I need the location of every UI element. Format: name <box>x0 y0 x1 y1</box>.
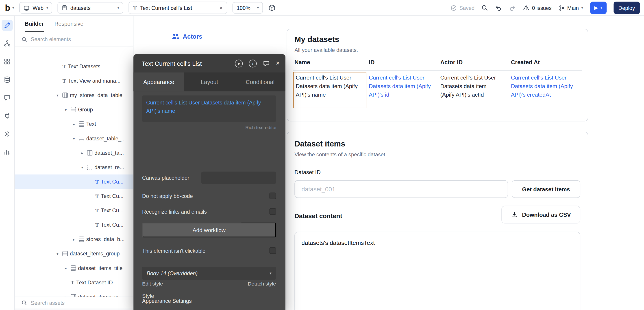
text-element-icon: T <box>95 207 99 214</box>
my-datasets-card[interactable]: My datasets All your available datasets.… <box>286 29 588 121</box>
rich-text-editor-hint[interactable]: Rich text editor <box>245 125 277 130</box>
zoom-selector[interactable]: 100% ▾ <box>232 2 263 14</box>
chevron-down-icon: ▾ <box>46 6 48 10</box>
chevron-down-icon[interactable]: ▾ <box>55 252 60 256</box>
search-elements-input[interactable] <box>31 36 113 42</box>
tree-item[interactable]: ▾ my_stores_data_table <box>15 88 133 102</box>
tree-item-selected[interactable]: T Text Cu... <box>15 175 133 189</box>
tree-item[interactable]: ▾ dataset_items_group <box>15 246 133 261</box>
tree-item[interactable]: ▸ stores_data_b... <box>15 232 133 246</box>
tree-item[interactable]: ▾ Group <box>15 102 133 117</box>
property-panel-header[interactable]: Text Current cell's List ▶ i × <box>134 54 286 73</box>
tree-item[interactable]: T Text View and mana... <box>15 74 133 88</box>
tree-item[interactable]: ▸ Text <box>15 117 133 131</box>
database-icon[interactable] <box>2 74 12 85</box>
clickable-checkbox[interactable] <box>270 247 276 254</box>
comments-bubble-icon[interactable] <box>2 92 12 103</box>
chevron-right-icon[interactable]: ▸ <box>63 266 68 270</box>
left-icon-rail <box>0 16 15 310</box>
visual-elements-section[interactable]: ▾ Visual Elements <box>15 309 133 310</box>
search-assets-input[interactable] <box>31 300 113 306</box>
tree-item[interactable]: ▸ dataset_ta... <box>15 145 133 160</box>
preview-play-icon[interactable]: ▶ <box>235 60 242 67</box>
people-icon <box>172 33 180 39</box>
chevron-right-icon[interactable]: ▸ <box>71 237 77 241</box>
workflow-icon[interactable] <box>2 38 12 49</box>
panel-tabs: Builder Responsive <box>15 16 133 32</box>
tab-responsive[interactable]: Responsive <box>54 16 84 32</box>
chevron-right-icon[interactable]: ▸ <box>80 151 85 155</box>
tree-item[interactable]: T Text Datasets <box>15 59 133 74</box>
preview-button[interactable]: ▶ ▾ <box>590 2 606 14</box>
bubble-editor-window: b ▾ Web ▾ datasets ▾ T Text Current cell… <box>0 0 644 310</box>
chevron-down-icon[interactable]: ▾ <box>80 165 85 169</box>
components-grid-icon[interactable] <box>2 56 12 67</box>
logs-chart-icon[interactable] <box>2 146 12 158</box>
redo-icon[interactable] <box>509 4 516 11</box>
chevron-down-icon: ▾ <box>118 6 119 10</box>
bbcode-checkbox[interactable] <box>270 193 276 199</box>
actor-id-cell[interactable]: Current cell's List User Datasets data i… <box>440 74 502 99</box>
environment-selector[interactable]: Web ▾ <box>20 2 52 14</box>
group-icon <box>62 251 68 256</box>
element-tab[interactable]: T Text Current cell's List × <box>129 2 227 14</box>
detach-style-link[interactable]: Detach style <box>248 281 276 287</box>
selected-name-cell[interactable]: Current cell's List User Datasets data i… <box>293 72 366 108</box>
tab-layout[interactable]: Layout <box>184 72 235 91</box>
chevron-down-icon[interactable]: ▾ <box>55 93 60 97</box>
tree-item[interactable]: T Text Dataset ID <box>15 275 133 289</box>
chevron-down-icon[interactable]: ▾ <box>71 136 77 140</box>
tab-appearance[interactable]: Appearance <box>134 72 184 91</box>
dataset-id-input[interactable] <box>294 180 508 198</box>
repeating-group-icon <box>87 165 92 170</box>
tab-builder[interactable]: Builder <box>25 16 44 32</box>
tree-item[interactable]: T Text Cu... <box>15 203 133 218</box>
tree-item[interactable]: ▸ dataset_items_title <box>15 261 133 275</box>
page-selector[interactable]: datasets ▾ <box>58 2 123 14</box>
chevron-right-icon[interactable]: ▸ <box>71 122 77 126</box>
plugins-plug-icon[interactable] <box>2 110 12 121</box>
close-icon[interactable]: × <box>219 5 223 11</box>
undo-icon[interactable] <box>495 4 502 11</box>
id-cell[interactable]: Current cell's List User Datasets data i… <box>369 74 431 99</box>
tree-item[interactable]: T Text Cu... <box>15 218 133 232</box>
dataset-items-card[interactable]: Dataset items View the contents of a spe… <box>286 132 588 310</box>
search-assets-bar <box>15 297 133 309</box>
design-pencil-icon[interactable] <box>2 20 12 31</box>
edit-style-link[interactable]: Edit style <box>142 281 163 287</box>
tab-conditional[interactable]: Conditional <box>235 72 286 91</box>
download-csv-button[interactable]: Download as CSV <box>502 206 580 224</box>
deploy-button[interactable]: Deploy <box>614 2 640 14</box>
rich-text-value[interactable]: Current cell's List User Datasets data i… <box>142 95 276 122</box>
canvas-placeholder-input[interactable] <box>201 172 276 184</box>
info-icon[interactable]: i <box>249 60 256 67</box>
chevron-down-icon: ▾ <box>270 271 271 275</box>
created-at-cell[interactable]: Current cell's List User Datasets data i… <box>511 74 582 99</box>
comment-icon[interactable] <box>263 60 270 67</box>
search-icon[interactable] <box>482 5 488 11</box>
links-checkbox[interactable] <box>270 208 276 215</box>
top-toolbar: b ▾ Web ▾ datasets ▾ T Text Current cell… <box>0 0 644 16</box>
style-dropdown[interactable]: Body 14 (Overridden) ▾ <box>142 267 276 280</box>
page-icon <box>62 5 68 11</box>
app-logo-menu[interactable]: b ▾ <box>5 3 14 13</box>
actors-heading[interactable]: Actors <box>172 33 202 40</box>
tree-item[interactable]: ▾ dataset_re... <box>15 160 133 175</box>
bubble-logo: b <box>5 3 10 13</box>
chevron-down-icon[interactable]: ▾ <box>63 108 68 112</box>
chevron-down-icon: ▾ <box>581 6 583 10</box>
settings-gear-icon[interactable] <box>2 128 12 139</box>
branch-selector[interactable]: Main ▾ <box>558 5 583 11</box>
tree-item[interactable]: ▾ dataset_table_... <box>15 131 133 145</box>
clickable-row: This element isn't clickable <box>142 247 276 254</box>
dataset-content-box[interactable]: datasets's datasetItemsText <box>294 232 580 310</box>
tree-item[interactable]: T Text Cu... <box>15 189 133 203</box>
add-workflow-button[interactable]: Add workflow <box>142 223 276 237</box>
card-title: My datasets <box>294 35 339 44</box>
package-icon[interactable] <box>268 4 276 12</box>
issues-indicator[interactable]: 0 issues <box>523 5 552 11</box>
appearance-settings-label[interactable]: Appearance Settings <box>142 298 192 304</box>
get-dataset-items-button[interactable]: Get dataset items <box>512 180 580 198</box>
close-icon[interactable]: × <box>276 60 280 67</box>
column-header-name: Name <box>294 59 310 65</box>
